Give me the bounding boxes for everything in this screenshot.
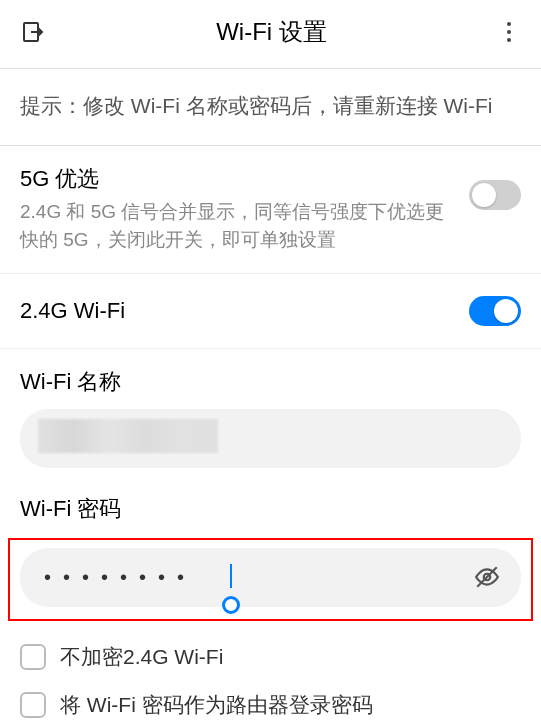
password-masked-text: •••••••• [44,566,196,589]
tip-text: 提示：修改 Wi-Fi 名称或密码后，请重新连接 Wi-Fi [20,89,521,123]
no-encrypt-label: 不加密2.4G Wi-Fi [60,643,223,671]
more-icon[interactable] [497,20,521,44]
wifi-24g-toggle[interactable] [469,296,521,326]
checkbox-section: 不加密2.4G Wi-Fi 将 Wi-Fi 密码作为路由器登录密码 [0,621,541,726]
text-cursor [230,564,232,588]
password-highlight-box: •••••••• [8,538,533,621]
wifi-password-section: Wi-Fi 密码 [0,476,541,538]
wifi-name-label: Wi-Fi 名称 [20,367,521,397]
no-encrypt-row[interactable]: 不加密2.4G Wi-Fi [0,633,541,681]
cursor-handle[interactable] [222,596,240,614]
prefer-5g-toggle[interactable] [469,180,521,210]
redacted-overlay [38,419,218,453]
wifi-password-input[interactable]: •••••••• [20,548,521,607]
tip-section: 提示：修改 Wi-Fi 名称或密码后，请重新连接 Wi-Fi [0,69,541,146]
wifi-24g-title: 2.4G Wi-Fi [20,298,125,324]
export-icon[interactable] [20,19,46,45]
prefer-5g-row: 5G 优选 2.4G 和 5G 信号合并显示，同等信号强度下优选更快的 5G，关… [0,146,541,274]
wifi-24g-row: 2.4G Wi-Fi [0,274,541,349]
use-as-router-row[interactable]: 将 Wi-Fi 密码作为路由器登录密码 [0,681,541,726]
prefer-5g-desc: 2.4G 和 5G 信号合并显示，同等信号强度下优选更快的 5G，关闭此开关，即… [20,198,453,255]
prefer-5g-title: 5G 优选 [20,164,453,194]
wifi-password-label: Wi-Fi 密码 [20,494,521,524]
wifi-name-section: Wi-Fi 名称 [0,349,541,476]
use-as-router-label: 将 Wi-Fi 密码作为路由器登录密码 [60,691,373,719]
page-title: Wi-Fi 设置 [46,16,497,48]
header: Wi-Fi 设置 [0,0,541,64]
no-encrypt-checkbox[interactable] [20,644,46,670]
use-as-router-checkbox[interactable] [20,692,46,718]
eye-off-icon[interactable] [473,563,501,591]
